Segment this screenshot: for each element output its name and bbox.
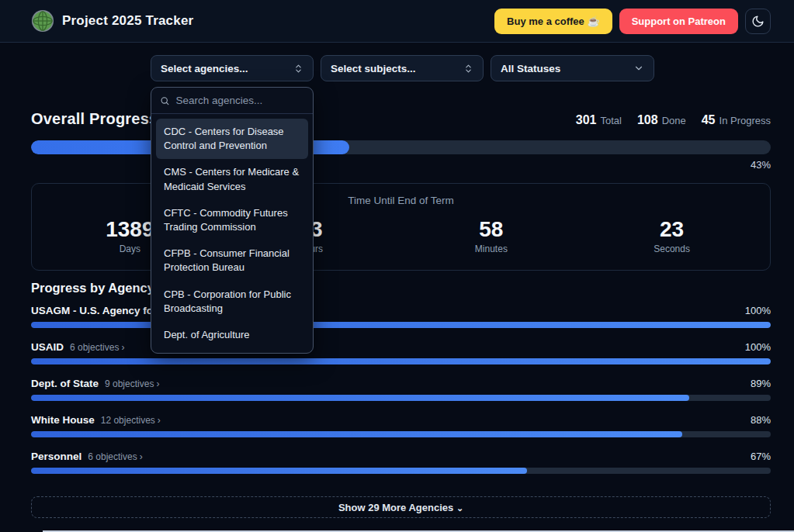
agency-progress-fill — [31, 431, 682, 437]
agency-search-input[interactable] — [175, 95, 304, 106]
agency-progress-bar — [31, 395, 771, 401]
countdown-minutes: 58Minutes — [401, 217, 582, 254]
stat-inprogress: 45In Progress — [702, 113, 771, 127]
agency-percent: 88% — [751, 414, 771, 426]
agency-name: White House — [31, 414, 95, 426]
agency-search-row[interactable] — [151, 88, 313, 114]
agency-option[interactable]: CPB - Corporation for Public Broadcastin… — [156, 282, 308, 322]
agency-option[interactable]: CMS - Centers for Medicare & Medicaid Se… — [156, 159, 308, 199]
agency-rows: USAGM - U.S. Agency for Global Media 3 o… — [31, 305, 771, 474]
search-icon — [160, 95, 169, 106]
overall-progress-heading: Overall Progress — [31, 110, 158, 128]
stat-done-label: Done — [662, 115, 686, 126]
agency-row: USAGM - U.S. Agency for Global Media 3 o… — [31, 305, 771, 328]
agency-progress-fill — [31, 395, 689, 401]
agency-objectives-link[interactable]: 9 objectives› — [105, 378, 159, 389]
minutes-label: Minutes — [401, 244, 582, 254]
agencies-dropdown-panel: CDC - Centers for Disease Control and Pr… — [151, 87, 314, 354]
chevron-right-icon: › — [156, 378, 159, 389]
chevron-right-icon: › — [158, 415, 161, 426]
countdown-seconds: 23Seconds — [581, 217, 762, 254]
agency-percent: 100% — [745, 341, 771, 353]
stat-inprogress-value: 45 — [702, 113, 716, 126]
agency-name: Personnel — [31, 451, 81, 462]
countdown-card: Time Until End of Term 1389Days 13Hours … — [31, 183, 771, 271]
theme-toggle-button[interactable] — [745, 9, 771, 34]
agency-progress-bar — [31, 322, 771, 328]
agency-progress-bar — [31, 468, 771, 474]
agency-row: White House 12 objectives› 88% — [31, 414, 771, 437]
stat-total: 301Total — [576, 113, 622, 127]
stat-total-value: 301 — [576, 113, 597, 126]
moon-icon — [751, 15, 765, 28]
agency-objectives-link[interactable]: 6 objectives› — [88, 451, 142, 462]
chevron-down-icon — [633, 63, 644, 74]
subjects-select[interactable]: Select subjects... — [321, 55, 484, 81]
agency-row: Dept. of State 9 objectives› 89% — [31, 378, 771, 401]
overall-progress-percent: 43% — [31, 159, 771, 171]
agency-objectives-link[interactable]: 6 objectives› — [70, 342, 124, 353]
agency-row: USAID 6 objectives› 100% — [31, 341, 771, 364]
stat-total-label: Total — [600, 115, 621, 126]
chevron-down-icon: ⌄ — [456, 503, 463, 513]
agency-name: Dept. of State — [31, 378, 99, 389]
seconds-value: 23 — [581, 217, 762, 242]
overall-progress-bar — [31, 140, 771, 154]
countdown-title: Time Until End of Term — [40, 195, 762, 206]
agencies-select-label: Select agencies... — [161, 63, 248, 74]
overall-stats: 301Total 108Done 45In Progress — [576, 113, 771, 127]
buy-coffee-button[interactable]: Buy me a coffee ☕ — [494, 9, 612, 34]
stat-done: 108Done — [637, 113, 686, 127]
agency-option[interactable]: Dept. of Agriculture — [156, 322, 308, 348]
agency-progress-fill — [31, 322, 771, 328]
chevron-right-icon: › — [140, 451, 143, 462]
status-select-label: All Statuses — [501, 63, 560, 74]
agency-option[interactable]: CDC - Centers for Disease Control and Pr… — [156, 119, 308, 159]
agency-progress-fill — [31, 358, 771, 364]
main-content: Select agencies... Select subjects... Al… — [0, 43, 794, 532]
overall-progress-header: Overall Progress 301Total 108Done 45In P… — [31, 110, 771, 128]
minutes-value: 58 — [401, 217, 582, 242]
chevron-updown-icon — [293, 64, 303, 74]
chevron-updown-icon — [463, 64, 473, 74]
chevron-right-icon: › — [121, 342, 124, 353]
agency-name: USAID — [31, 341, 64, 353]
seconds-label: Seconds — [581, 244, 762, 254]
agency-progress-bar — [31, 431, 771, 437]
agency-objectives-link[interactable]: 12 objectives› — [101, 415, 161, 426]
agency-option[interactable]: CFTC - Commodity Futures Trading Commiss… — [156, 200, 308, 240]
app-header: Project 2025 Tracker Buy me a coffee ☕ S… — [0, 0, 794, 43]
countdown-units: 1389Days 13Hours 58Minutes 23Seconds — [40, 217, 762, 254]
page-title: Project 2025 Tracker — [62, 13, 193, 29]
agency-row: Personnel 6 objectives› 67% — [31, 451, 771, 474]
agency-progress-bar — [31, 358, 771, 364]
agency-percent: 89% — [751, 378, 771, 389]
filter-bar: Select agencies... Select subjects... Al… — [151, 55, 771, 81]
header-actions: Buy me a coffee ☕ Support on Patreon — [494, 9, 771, 34]
agency-options-list: CDC - Centers for Disease Control and Pr… — [151, 114, 313, 353]
stat-inprogress-label: In Progress — [719, 115, 771, 126]
agency-percent: 100% — [745, 305, 771, 316]
agency-option[interactable]: CFPB - Consumer Financial Protection Bur… — [156, 240, 308, 281]
progress-by-agency-heading: Progress by Agency — [31, 281, 771, 295]
agency-percent: 67% — [751, 451, 771, 462]
show-more-agencies-button[interactable]: Show 29 More Agencies ⌄ — [31, 496, 771, 518]
stat-done-value: 108 — [637, 113, 658, 126]
agencies-select[interactable]: Select agencies... — [151, 55, 314, 81]
status-select[interactable]: All Statuses — [491, 55, 654, 81]
patreon-button[interactable]: Support on Patreon — [619, 9, 738, 34]
agency-progress-fill — [31, 468, 527, 474]
app-logo-icon — [31, 9, 54, 33]
subjects-select-label: Select subjects... — [331, 63, 416, 74]
